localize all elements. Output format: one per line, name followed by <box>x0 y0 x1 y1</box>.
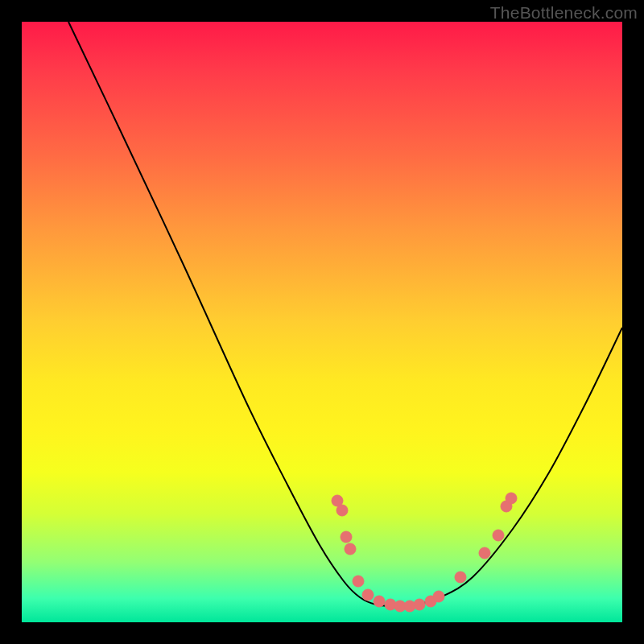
sweet-spot-dot <box>414 599 425 610</box>
sweet-spot-dot <box>433 591 444 602</box>
sweet-spot-dot <box>341 531 352 543</box>
bottleneck-chart <box>22 22 622 622</box>
sweet-spot-dot <box>455 572 466 583</box>
sweet-spot-dot <box>374 596 385 607</box>
sweet-spot-dot <box>506 493 517 504</box>
sweet-spot-dot <box>479 547 490 559</box>
watermark-label: TheBottleneck.com <box>490 3 638 23</box>
sweet-spot-dot <box>362 589 374 601</box>
sweet-spot-dot <box>353 576 364 587</box>
sweet-spot-dots <box>332 493 517 612</box>
sweet-spot-dot <box>493 530 504 541</box>
bottleneck-curve <box>68 22 622 606</box>
sweet-spot-dot <box>345 543 356 555</box>
sweet-spot-dot <box>336 505 348 516</box>
